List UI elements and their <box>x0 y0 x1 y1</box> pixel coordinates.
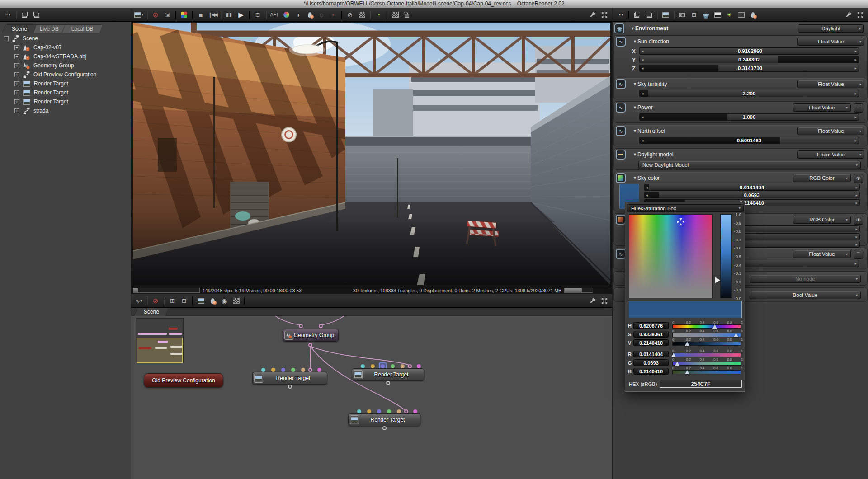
autofocus-icon[interactable]: AF† <box>269 10 280 20</box>
show-texture-nodes-icon[interactable] <box>231 296 241 306</box>
resize-render-icon[interactable]: ⇲ <box>162 10 173 20</box>
port-postproc[interactable] <box>401 364 405 368</box>
input-port[interactable] <box>319 324 323 328</box>
tab-scene[interactable]: Scene <box>2 24 37 33</box>
expander-icon[interactable]: + <box>14 54 19 59</box>
port-kernel[interactable] <box>381 364 385 368</box>
white-balance-icon[interactable] <box>281 10 292 20</box>
node-geometry-group[interactable]: Geometry Group <box>283 329 339 342</box>
port-mesh-connected[interactable] <box>408 364 412 368</box>
minimap-viewport-rect[interactable] <box>137 338 183 363</box>
type-dropdown[interactable]: Enum Value▾ <box>797 150 864 159</box>
node-render-target-3[interactable]: Render Target <box>348 413 420 426</box>
motion-blur-icon[interactable]: ◌ <box>316 10 327 20</box>
port-mesh-connected[interactable] <box>404 409 408 413</box>
type-dropdown[interactable]: Float Value▾ <box>797 38 864 46</box>
show-render-nodes-icon[interactable] <box>195 296 206 306</box>
expander-icon[interactable]: + <box>14 63 19 68</box>
node-graph-minimap[interactable] <box>136 318 184 363</box>
type-dropdown[interactable]: RGB Color▾ <box>793 174 851 182</box>
sun-x-slider[interactable]: ◂-0.9162960▸ <box>639 47 859 55</box>
discard-icon[interactable]: ⊘ <box>150 296 161 306</box>
picture-icon[interactable] <box>712 10 723 20</box>
port-postproc[interactable] <box>397 409 401 413</box>
sky-color-g-slider[interactable]: ◂0.0693▸ <box>644 192 860 198</box>
tree-row-render-target-3[interactable]: + Render Target <box>14 97 68 106</box>
collapse-arrow-icon[interactable]: ▼ <box>631 26 635 31</box>
timer-icon[interactable]: ◔▾ <box>615 10 626 20</box>
type-dropdown[interactable]: Float Value▾ <box>793 250 851 258</box>
tree-label[interactable]: Render Target <box>34 89 68 96</box>
port-kernel[interactable] <box>377 409 381 413</box>
output-port[interactable] <box>288 385 292 389</box>
power-slider[interactable]: ◂1.000▸ <box>639 113 859 121</box>
show-sphere-nodes-icon[interactable]: ◉ <box>219 296 230 306</box>
alpha-checker-icon[interactable] <box>356 10 367 20</box>
node-tab-scene[interactable]: Scene <box>134 308 169 316</box>
discard-render-icon[interactable]: ⊘ <box>150 10 161 20</box>
fit-nodes-icon[interactable]: ⊡ <box>179 296 189 306</box>
port-imager[interactable] <box>291 368 295 372</box>
tree-label[interactable]: Cap-04-vSTRADA.obj <box>33 53 86 60</box>
title-bar[interactable]: */Users/barnapro/ORWELL/Corso-Octane-Ita… <box>0 0 868 8</box>
tab-local-db[interactable]: Local DB <box>61 24 103 33</box>
collapse-arrow-icon[interactable]: ▼ <box>633 176 637 180</box>
port-camera[interactable] <box>361 364 365 368</box>
wrench-icon[interactable] <box>587 10 598 20</box>
tree-label[interactable]: Cap-02-v07 <box>33 44 62 51</box>
collapse-arrow-icon[interactable]: ▼ <box>633 105 637 110</box>
expander-icon[interactable]: + <box>14 81 19 86</box>
kernel-icon[interactable] <box>736 10 746 20</box>
sun-z-slider[interactable]: ◂-0.3141710▸ <box>639 65 859 72</box>
eye-toggle-button[interactable]: 👁 <box>854 174 863 183</box>
b-value-box[interactable]: 0.2140410 <box>633 368 669 375</box>
north-offset-slider[interactable]: ◂0.5001460▸ <box>639 137 859 144</box>
collapse-arrow-icon[interactable]: ▼ <box>633 152 637 157</box>
lock-image-icon[interactable] <box>401 10 412 20</box>
expand-icon[interactable] <box>855 10 866 20</box>
curve-button[interactable]: ⌒ <box>854 250 863 259</box>
background-checker-icon[interactable] <box>390 10 401 20</box>
node-old-preview-configuration[interactable]: Old Preview Configuration <box>144 373 223 388</box>
gauge-icon[interactable]: ◔ <box>373 10 384 20</box>
slider-marker[interactable] <box>675 362 679 366</box>
collapse-arrow-icon[interactable]: ▼ <box>633 39 637 44</box>
tree-row-geometry-group[interactable]: + Geometry Group <box>14 61 74 70</box>
screen-icon[interactable]: ⊡ <box>689 10 699 20</box>
tree-row-scene[interactable]: - Scene <box>4 34 38 43</box>
port-environment[interactable] <box>271 368 275 372</box>
tree-row-cap04[interactable]: + Cap-04-vSTRADA.obj <box>14 52 86 61</box>
type-dropdown[interactable]: RGB Color▾ <box>793 216 851 224</box>
environment-type-dropdown[interactable]: Daylight▾ <box>798 24 864 33</box>
expander-icon[interactable]: + <box>14 45 19 50</box>
camera-icon[interactable] <box>677 10 688 20</box>
port-film[interactable] <box>317 368 321 372</box>
sun-icon[interactable]: ☀ <box>724 10 735 20</box>
slider-marker[interactable] <box>685 370 689 374</box>
node-graph-canvas[interactable]: Geometry Group Render Target <box>131 316 612 479</box>
render-viewport[interactable] <box>131 22 612 286</box>
g-slider[interactable] <box>672 362 741 366</box>
slider-marker[interactable] <box>685 342 689 346</box>
type-dropdown[interactable]: Float Value▾ <box>793 103 851 112</box>
s-value-box[interactable]: 0.9339361 <box>633 331 669 338</box>
restart-icon[interactable]: ❙◀◀ <box>207 10 218 20</box>
hue-saturation-box[interactable] <box>629 214 713 298</box>
wire-style-icon[interactable]: ∿▾ <box>133 296 144 306</box>
paste-icon[interactable] <box>643 10 654 20</box>
port-kernel[interactable] <box>281 368 285 372</box>
s-slider[interactable] <box>672 333 741 337</box>
port-camera[interactable] <box>357 409 361 413</box>
output-port[interactable] <box>386 381 390 385</box>
slider-marker[interactable] <box>712 324 717 329</box>
port-film[interactable] <box>413 409 417 413</box>
slider-marker[interactable] <box>671 353 676 357</box>
port-film[interactable] <box>417 364 421 368</box>
tree-row-render-target-2[interactable]: + Render Target <box>14 88 68 97</box>
tree-label[interactable]: Old Preview Configuration <box>33 71 96 78</box>
g-value-box[interactable]: 0.0693 <box>633 359 669 366</box>
no-node-dropdown[interactable]: No node▾ <box>750 275 861 283</box>
output-port[interactable] <box>382 426 387 430</box>
tree-row-render-target-1[interactable]: + Render Target <box>14 79 68 88</box>
tree-row-cap02[interactable]: + Cap-02-v07 <box>14 43 62 52</box>
